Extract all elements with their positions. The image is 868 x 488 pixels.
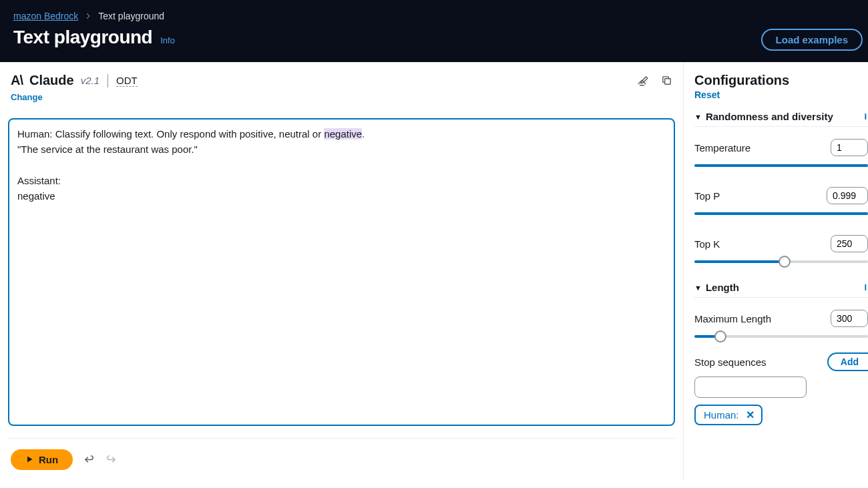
close-icon[interactable]: ✕ <box>746 409 754 421</box>
top-k-slider[interactable] <box>694 260 868 263</box>
slider-thumb-icon[interactable] <box>714 330 726 342</box>
playground-footer: Run <box>8 438 675 481</box>
temperature-row: Temperature <box>694 139 868 156</box>
model-version: v2.1 <box>81 75 99 86</box>
stop-sequence-tag-label: Human: <box>704 409 739 421</box>
stop-sequence-tag: Human: ✕ <box>694 405 763 425</box>
temperature-input[interactable] <box>831 139 868 156</box>
redo-icon <box>105 454 117 465</box>
caret-down-icon: ▼ <box>694 284 702 292</box>
run-button-label: Run <box>39 454 58 465</box>
info-icon[interactable]: I <box>864 282 868 292</box>
change-model-link[interactable]: Change <box>11 92 675 102</box>
temperature-slider[interactable] <box>694 164 868 167</box>
run-button[interactable]: Run <box>11 449 73 470</box>
chevron-right-icon <box>85 11 91 21</box>
editor-line <box>17 158 666 173</box>
top-k-row: Top K <box>694 235 868 252</box>
page-title: Text playground <box>13 27 152 48</box>
prompt-editor[interactable]: Human: Classify following text. Only res… <box>8 118 675 426</box>
breadcrumb: mazon Bedrock Text playground <box>13 0 855 21</box>
page-header: mazon Bedrock Text playground Text playg… <box>0 0 868 62</box>
max-length-row: Maximum Length <box>694 310 868 327</box>
top-p-slider[interactable] <box>694 212 868 215</box>
undo-icon[interactable] <box>83 454 95 465</box>
slider-thumb-icon[interactable] <box>779 256 791 268</box>
editor-line: "The service at the restaurant was poor.… <box>17 142 666 157</box>
max-length-label: Maximum Length <box>694 313 771 324</box>
section-randomness-header[interactable]: ▼ Randomness and diversity I <box>694 111 868 127</box>
breadcrumb-current: Text playground <box>98 11 164 21</box>
stop-sequences-label: Stop sequences <box>694 356 767 368</box>
stop-sequences-row: Stop sequences Add <box>694 352 868 371</box>
anthropic-logo-icon: A\ <box>11 73 23 88</box>
divider-icon <box>107 74 108 87</box>
model-name: Claude <box>29 73 74 88</box>
copy-icon[interactable] <box>661 75 672 86</box>
add-stop-sequence-button[interactable]: Add <box>827 352 868 371</box>
editor-line: Assistant: <box>17 173 666 188</box>
model-row: A\ Claude v2.1 ODT <box>8 73 675 88</box>
stop-sequence-input[interactable] <box>694 377 807 398</box>
temperature-label: Temperature <box>694 142 750 154</box>
editor-line: negative <box>17 188 666 204</box>
main-area: A\ Claude v2.1 ODT Change Human: Classif… <box>0 62 868 481</box>
top-k-input[interactable] <box>831 235 868 252</box>
play-icon <box>25 454 33 465</box>
section-length-label: Length <box>706 282 739 293</box>
max-length-slider[interactable] <box>694 335 868 338</box>
breadcrumb-root-link[interactable]: mazon Bedrock <box>13 11 78 21</box>
top-k-label: Top K <box>694 238 720 250</box>
svg-rect-0 <box>665 79 671 85</box>
odt-label[interactable]: ODT <box>116 75 138 87</box>
config-title: Configurations <box>694 73 868 88</box>
info-icon[interactable]: I <box>864 111 868 121</box>
load-examples-button[interactable]: Load examples <box>761 29 863 51</box>
clear-icon[interactable] <box>637 75 649 87</box>
playground-panel: A\ Claude v2.1 ODT Change Human: Classif… <box>0 62 684 481</box>
top-p-input[interactable] <box>827 187 868 204</box>
max-length-input[interactable] <box>831 310 868 327</box>
section-randomness-label: Randomness and diversity <box>706 111 833 122</box>
top-p-row: Top P <box>694 187 868 204</box>
caret-down-icon: ▼ <box>694 113 702 121</box>
config-panel: Configurations Reset ▼ Randomness and di… <box>684 62 868 481</box>
section-length-header[interactable]: ▼ Length I <box>694 282 868 298</box>
top-p-label: Top P <box>694 190 720 202</box>
info-link[interactable]: Info <box>160 35 175 45</box>
reset-link[interactable]: Reset <box>694 89 720 100</box>
editor-line: Human: Classify following text. Only res… <box>17 126 666 142</box>
